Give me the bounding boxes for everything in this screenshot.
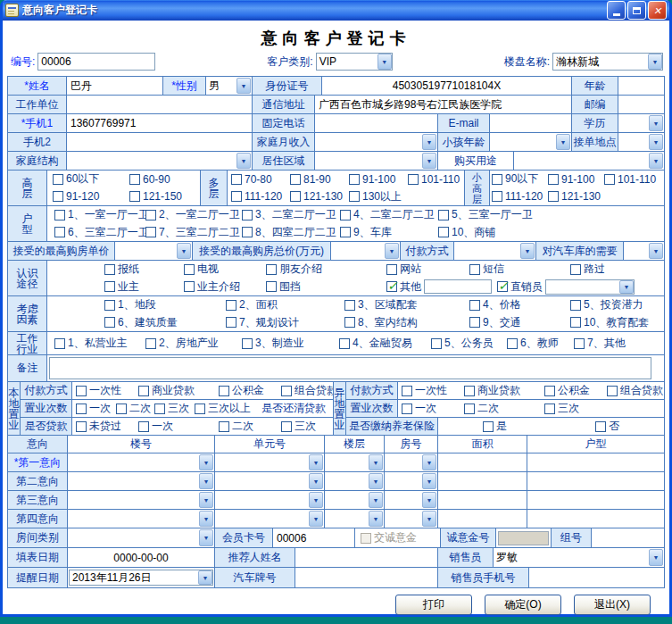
checkbox-item[interactable]: 5、公务员 <box>431 336 507 351</box>
checkbox-item[interactable]: 4、二室二厅二卫 <box>340 207 438 222</box>
room-select[interactable] <box>385 510 438 528</box>
mobile2-input[interactable] <box>67 133 253 151</box>
checkbox-item[interactable]: 商业贷款 <box>464 383 544 398</box>
checkbox-item[interactable]: 2、房地产业 <box>145 336 242 351</box>
chevron-down-icon[interactable] <box>649 243 663 259</box>
building-select[interactable] <box>68 491 215 509</box>
checkbox-item[interactable]: 5、投资潜力 <box>570 297 643 312</box>
checkbox-item[interactable]: 围挡 <box>266 279 386 295</box>
address-input[interactable]: 广西百色市城乡路98号右江民族医学院 <box>315 96 572 113</box>
purpose-select[interactable] <box>514 152 664 170</box>
family-select[interactable] <box>67 152 253 170</box>
checkbox-item[interactable]: 130以上 <box>349 189 402 204</box>
checkbox-item[interactable]: 8、室内结构 <box>344 315 469 330</box>
checkbox-item[interactable]: 70-80 <box>231 173 290 186</box>
chevron-down-icon[interactable] <box>199 454 213 470</box>
checkbox-item[interactable]: 10、商铺 <box>438 225 495 240</box>
titlebar[interactable]: 意向客户登记卡 <box>3 0 669 21</box>
checkbox-item[interactable]: 三次 <box>154 401 195 416</box>
room-select[interactable] <box>385 453 438 471</box>
checkbox-item[interactable]: 60-90 <box>129 173 170 186</box>
checkbox-item[interactable]: 121-150 <box>129 190 182 203</box>
pay-method-select[interactable] <box>454 242 536 260</box>
estate-select[interactable]: 瀚林新城 <box>552 53 663 71</box>
child-age-select[interactable] <box>490 133 572 151</box>
chevron-down-icon[interactable] <box>377 54 392 70</box>
checkbox-item[interactable]: 3、二室二厅一卫 <box>242 207 340 222</box>
total-price-select[interactable] <box>331 242 401 260</box>
checkbox-item[interactable]: 101-110 <box>604 173 656 186</box>
chevron-down-icon[interactable] <box>236 78 251 94</box>
checkbox-item[interactable]: 三次 <box>281 419 316 434</box>
unit-select[interactable] <box>215 453 325 471</box>
chevron-down-icon[interactable] <box>649 153 663 169</box>
exit-button[interactable]: 退出(X) <box>574 595 651 615</box>
checkbox-item[interactable]: 90以下 <box>492 171 548 187</box>
customer-type-select[interactable]: VIP <box>316 53 393 71</box>
chevron-down-icon[interactable] <box>369 454 383 470</box>
unit-select[interactable] <box>215 491 325 509</box>
floor-select[interactable] <box>325 472 385 490</box>
checkbox-item[interactable]: 二次 <box>464 401 544 416</box>
chevron-down-icon[interactable] <box>369 473 383 489</box>
age-input[interactable] <box>618 77 664 95</box>
chevron-down-icon[interactable] <box>422 153 436 169</box>
checkbox-item[interactable]: 4、价格 <box>469 297 570 312</box>
room-type-select[interactable] <box>68 528 215 547</box>
checkbox-item[interactable]: 91-120 <box>53 190 129 203</box>
checkbox-direct-sales[interactable]: 直销员 <box>497 279 543 295</box>
room-select[interactable] <box>385 491 438 509</box>
garage-need-select[interactable] <box>624 242 664 260</box>
email-input[interactable] <box>490 114 572 132</box>
mobile1-input[interactable]: 13607769971 <box>67 114 253 132</box>
checkbox-item[interactable]: 7、规划设计 <box>226 315 344 330</box>
checkbox-item[interactable]: 报纸 <box>104 262 184 277</box>
workunit-input[interactable] <box>67 96 253 113</box>
maximize-button[interactable] <box>627 1 646 20</box>
building-select[interactable] <box>68 510 215 528</box>
building-select[interactable] <box>68 472 215 490</box>
checkbox-item[interactable]: 三次 <box>544 401 579 416</box>
checkbox-item[interactable]: 2、面积 <box>226 297 344 312</box>
checkbox-item[interactable]: 121-130 <box>548 190 601 203</box>
chevron-down-icon[interactable] <box>422 492 436 508</box>
checkbox-item[interactable]: 一次 <box>402 401 464 416</box>
chevron-down-icon[interactable] <box>199 492 213 508</box>
group-no-input[interactable] <box>592 528 664 547</box>
chevron-down-icon[interactable] <box>309 473 323 489</box>
chevron-down-icon[interactable] <box>422 134 436 150</box>
car-plate-input[interactable] <box>295 568 438 587</box>
building-select[interactable] <box>68 453 215 471</box>
chevron-down-icon[interactable] <box>422 454 436 470</box>
checkbox-item[interactable]: 二次 <box>219 419 281 434</box>
checkbox-item[interactable]: 组合贷款 <box>281 383 334 398</box>
print-button[interactable]: 打印 <box>395 595 472 615</box>
unit-select[interactable] <box>215 510 325 528</box>
order-place-select[interactable] <box>618 133 664 151</box>
floor-select[interactable] <box>325 491 385 509</box>
chevron-down-icon[interactable] <box>309 492 323 508</box>
chevron-down-icon[interactable] <box>309 511 323 527</box>
checkbox-item[interactable]: 电视 <box>184 262 266 277</box>
chevron-down-icon[interactable] <box>649 115 663 131</box>
income-select[interactable] <box>315 133 438 151</box>
chevron-down-icon[interactable] <box>648 54 662 70</box>
checkbox-item[interactable]: 组合贷款 <box>607 383 663 398</box>
referrer-input[interactable] <box>295 548 438 567</box>
no-input[interactable]: 00006 <box>37 53 155 71</box>
close-button[interactable] <box>648 1 667 20</box>
checkbox-item[interactable]: 81-90 <box>290 173 349 186</box>
gender-select[interactable]: 男 <box>206 77 253 95</box>
checkbox-item[interactable]: 1、私营业主 <box>54 336 145 351</box>
direct-sales-select[interactable] <box>545 279 635 295</box>
checkbox-item[interactable]: 3、区域配套 <box>344 297 469 312</box>
checkbox-item[interactable]: 1、地段 <box>104 297 226 312</box>
checkbox-item[interactable]: 一次 <box>138 419 219 434</box>
checkbox-item[interactable]: 否 <box>595 419 619 434</box>
checkbox-item[interactable]: 1、一室一厅一卫 <box>54 207 145 222</box>
chevron-down-icon[interactable] <box>236 153 251 169</box>
room-select[interactable] <box>385 472 438 490</box>
chevron-down-icon[interactable] <box>556 134 570 150</box>
checkbox-item[interactable]: 7、其他 <box>574 336 626 351</box>
checkbox-item[interactable]: 9、交通 <box>469 315 570 330</box>
